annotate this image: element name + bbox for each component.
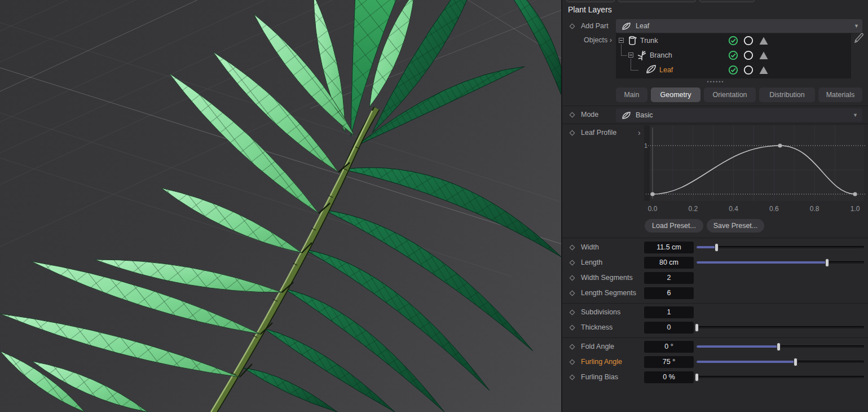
param-value-field[interactable]: 75 ° [644,356,694,368]
light-leaflets [0,0,415,412]
slider-thumb[interactable] [825,258,829,267]
triangle-icon[interactable] [759,50,769,60]
enabled-check-icon[interactable] [728,36,738,46]
separator [562,106,868,106]
param-label: Subdivisions [581,308,620,316]
separator [562,303,868,304]
application-window: Plant Layers Add Part Leaf ▼ Objects › [0,0,868,412]
pick-pencil-icon[interactable] [853,32,865,44]
param-value-field[interactable]: 0 % [644,371,694,383]
circle-toggle-icon[interactable] [743,65,754,75]
param-label: Thickness [581,323,613,331]
param-slider[interactable] [697,356,864,368]
diamond-icon [570,24,575,29]
param-slider[interactable] [697,242,864,253]
save-preset-button[interactable]: Save Preset... [707,219,764,233]
param-row-width: Width 11.5 cm [562,242,868,253]
leaf-icon [622,22,631,30]
attributes-panel: Plant Layers Add Part Leaf ▼ Objects › [561,0,868,412]
diamond-icon [570,260,575,266]
tab-geometry[interactable]: Geometry [651,87,700,102]
param-row-length-segments: Length Segments 6 [562,287,868,299]
tab-main[interactable]: Main [616,87,647,102]
cutoff-tab [699,0,755,2]
mode-value: Basic [636,111,653,119]
load-preset-button[interactable]: Load Preset... [645,219,703,233]
leaf-icon [622,111,631,120]
chevron-down-icon[interactable]: ▼ [851,20,862,32]
slider-track[interactable] [697,376,864,378]
diamond-icon [570,325,575,331]
diamond-icon [570,112,575,118]
param-row-furling-bias: Furling Bias 0 % [562,371,868,383]
tree-row-status [728,65,769,75]
slider-thumb[interactable] [794,358,797,366]
svg-text:1.0: 1.0 [851,205,860,213]
leaf-profile-curve-editor[interactable]: 1 0.0 0.2 0.4 0.6 0.8 1.0 [562,125,868,216]
slider-thumb[interactable] [695,373,699,382]
add-part-label: Add Part [581,22,609,30]
tab-orientation[interactable]: Orientation [704,87,756,102]
separator [562,338,868,338]
slider-fill [697,345,779,348]
slider-thumb[interactable] [695,323,699,332]
tree-item-label: Leaf [659,66,673,74]
param-value-field[interactable]: 2 [644,272,694,284]
diamond-icon [570,344,575,350]
param-value-field[interactable]: 80 cm [644,257,694,269]
tree-item-label: Trunk [640,37,658,45]
param-label: Furling Angle [581,358,622,366]
slider-fill [697,261,827,264]
param-value-field[interactable]: 11.5 cm [644,242,694,253]
param-slider[interactable] [697,322,864,334]
param-value-field[interactable]: 0 [644,322,694,334]
triangle-icon[interactable] [759,36,769,46]
cutoff-tab [618,0,696,2]
tree-item-label: Branch [650,51,672,59]
mode-dropdown[interactable]: Basic ▼ [616,108,862,122]
collapse-box-icon[interactable] [628,52,633,58]
tree-resize-handle[interactable]: •••••• [562,79,868,85]
3d-viewport[interactable] [0,0,561,412]
param-value-field[interactable]: 0 ° [644,341,694,353]
tab-distribution[interactable]: Distribution [759,87,815,102]
tree-row-leaf[interactable]: Leaf [616,63,851,77]
param-slider[interactable] [697,341,864,353]
diamond-icon [570,360,575,365]
tab-materials[interactable]: Materials [818,87,862,102]
param-slider[interactable] [697,257,864,269]
diamond-icon [570,245,575,251]
enabled-check-icon[interactable] [728,65,738,75]
curve-plot-area [650,125,864,201]
objects-tree[interactable]: Trunk [616,33,851,78]
diamond-icon [570,291,575,296]
tree-row-trunk[interactable]: Trunk [616,33,851,48]
leaf-icon [645,64,656,74]
slider-track[interactable] [697,326,864,328]
circle-toggle-icon[interactable] [743,36,754,46]
circle-toggle-icon[interactable] [743,50,754,60]
param-value-field[interactable]: 1 [644,306,694,318]
collapse-box-icon[interactable] [619,38,624,43]
separator [562,238,868,238]
chevron-down-icon: ▼ [853,112,858,118]
x-axis-tick-labels: 0.0 0.2 0.4 0.6 0.8 1.0 [648,205,860,213]
svg-text:0.4: 0.4 [729,205,738,213]
tree-row-branch[interactable]: Branch [616,48,851,63]
slider-track[interactable] [697,246,864,248]
triangle-icon[interactable] [759,65,769,75]
slider-thumb[interactable] [715,243,719,252]
param-row-thickness: Thickness 0 [562,322,868,334]
param-label: Length Segments [581,289,636,297]
param-value-field[interactable]: 6 [644,287,694,299]
add-part-dropdown[interactable]: Leaf ▼ [616,19,862,33]
panel-title: Plant Layers [568,5,612,14]
param-slider[interactable] [697,371,864,383]
svg-text:0.0: 0.0 [648,205,658,213]
enabled-check-icon[interactable] [728,50,738,60]
y-axis-tick-label: 1 [644,142,647,149]
slider-thumb[interactable] [777,343,781,351]
branch-icon [637,50,647,61]
diamond-icon [570,275,575,281]
svg-text:0.2: 0.2 [688,205,698,213]
